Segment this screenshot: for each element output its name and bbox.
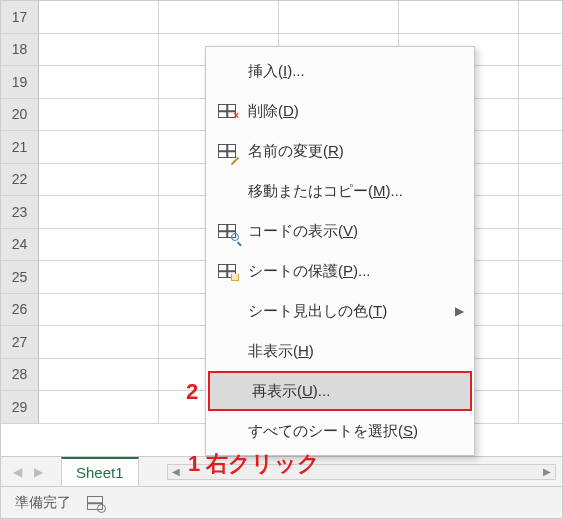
blank-icon	[216, 420, 238, 442]
annotation-text: 右クリック	[206, 451, 320, 476]
cell[interactable]	[519, 359, 563, 391]
cell[interactable]	[39, 391, 159, 423]
cell[interactable]	[39, 131, 159, 163]
cell[interactable]	[519, 294, 563, 326]
cell[interactable]	[519, 261, 563, 293]
menu-item-label: 挿入(I)...	[248, 62, 464, 81]
menu-item-move-copy[interactable]: 移動またはコピー(M)...	[206, 171, 474, 211]
cell[interactable]	[519, 196, 563, 228]
annotation-num: 2	[186, 379, 198, 404]
cell[interactable]	[39, 1, 159, 33]
menu-item-tab-color[interactable]: シート見出しの色(T) ▶	[206, 291, 474, 331]
row-header[interactable]: 26	[1, 294, 39, 326]
row-header[interactable]: 21	[1, 131, 39, 163]
blank-icon	[216, 180, 238, 202]
menu-item-label: 削除(D)	[248, 102, 464, 121]
annotation-num: 1	[188, 451, 200, 476]
chevron-right-icon: ▶	[455, 304, 464, 318]
cell[interactable]	[159, 1, 279, 33]
row-header[interactable]: 23	[1, 196, 39, 228]
cell[interactable]	[279, 1, 399, 33]
cell[interactable]	[39, 66, 159, 98]
sheet-tab-label: Sheet1	[76, 464, 124, 481]
menu-item-rename[interactable]: 名前の変更(R)	[206, 131, 474, 171]
sheet-nav-arrows[interactable]: ◀ ▶	[1, 465, 55, 479]
scroll-right-icon[interactable]: ▶	[543, 466, 551, 477]
cell[interactable]	[39, 229, 159, 261]
cell[interactable]	[519, 326, 563, 358]
menu-item-unhide[interactable]: 再表示(U)...	[208, 371, 472, 411]
blank-icon	[216, 300, 238, 322]
row-header[interactable]: 19	[1, 66, 39, 98]
table-code-icon	[216, 220, 238, 242]
blank-icon	[216, 340, 238, 362]
sheet-nav-prev-icon[interactable]: ◀	[13, 465, 22, 479]
cell[interactable]	[39, 196, 159, 228]
status-ready-label: 準備完了	[15, 494, 71, 512]
cell[interactable]	[39, 99, 159, 131]
cell[interactable]	[519, 66, 563, 98]
menu-item-insert[interactable]: 挿入(I)...	[206, 51, 474, 91]
cell[interactable]	[519, 99, 563, 131]
sheet-tab-active[interactable]: Sheet1	[61, 457, 139, 486]
annotation-step-1: 1右クリック	[188, 449, 320, 479]
scroll-left-icon[interactable]: ◀	[172, 466, 180, 477]
cell[interactable]	[519, 391, 563, 423]
sheet-context-menu: 挿入(I)... × 削除(D) 名前の変更(R) 移動またはコピー(M)...…	[205, 46, 475, 456]
menu-item-view-code[interactable]: コードの表示(V)	[206, 211, 474, 251]
menu-item-label: 移動またはコピー(M)...	[248, 182, 464, 201]
menu-item-label: 再表示(U)...	[252, 382, 460, 401]
row-header[interactable]: 29	[1, 391, 39, 423]
annotation-step-2: 2	[186, 379, 198, 405]
cell[interactable]	[519, 1, 563, 33]
cell[interactable]	[39, 359, 159, 391]
menu-item-label: 名前の変更(R)	[248, 142, 464, 161]
menu-item-label: コードの表示(V)	[248, 222, 464, 241]
menu-item-hide[interactable]: 非表示(H)	[206, 331, 474, 371]
grid-row[interactable]: 17	[1, 1, 562, 34]
cell[interactable]	[39, 294, 159, 326]
macro-record-icon[interactable]	[87, 496, 103, 510]
cell[interactable]	[39, 34, 159, 66]
cell[interactable]	[39, 164, 159, 196]
cell[interactable]	[519, 164, 563, 196]
row-header[interactable]: 22	[1, 164, 39, 196]
row-header[interactable]: 20	[1, 99, 39, 131]
row-header[interactable]: 25	[1, 261, 39, 293]
status-bar: 準備完了	[1, 486, 562, 519]
blank-icon	[216, 60, 238, 82]
menu-item-select-all-sheets[interactable]: すべてのシートを選択(S)	[206, 411, 474, 451]
table-lock-icon	[216, 260, 238, 282]
menu-item-label: すべてのシートを選択(S)	[248, 422, 464, 441]
cell[interactable]	[519, 131, 563, 163]
menu-item-label: シートの保護(P)...	[248, 262, 464, 281]
table-rename-icon	[216, 140, 238, 162]
table-delete-icon: ×	[216, 100, 238, 122]
cell[interactable]	[519, 34, 563, 66]
row-header[interactable]: 18	[1, 34, 39, 66]
cell[interactable]	[39, 326, 159, 358]
menu-item-protect-sheet[interactable]: シートの保護(P)...	[206, 251, 474, 291]
row-header[interactable]: 27	[1, 326, 39, 358]
menu-item-label: 非表示(H)	[248, 342, 464, 361]
menu-item-label: シート見出しの色(T)	[248, 302, 445, 321]
row-header[interactable]: 17	[1, 1, 39, 33]
cell[interactable]	[519, 229, 563, 261]
cell[interactable]	[399, 1, 519, 33]
row-header[interactable]: 28	[1, 359, 39, 391]
cell[interactable]	[39, 261, 159, 293]
menu-item-delete[interactable]: × 削除(D)	[206, 91, 474, 131]
row-header[interactable]: 24	[1, 229, 39, 261]
blank-icon	[220, 380, 242, 402]
sheet-nav-next-icon[interactable]: ▶	[34, 465, 43, 479]
